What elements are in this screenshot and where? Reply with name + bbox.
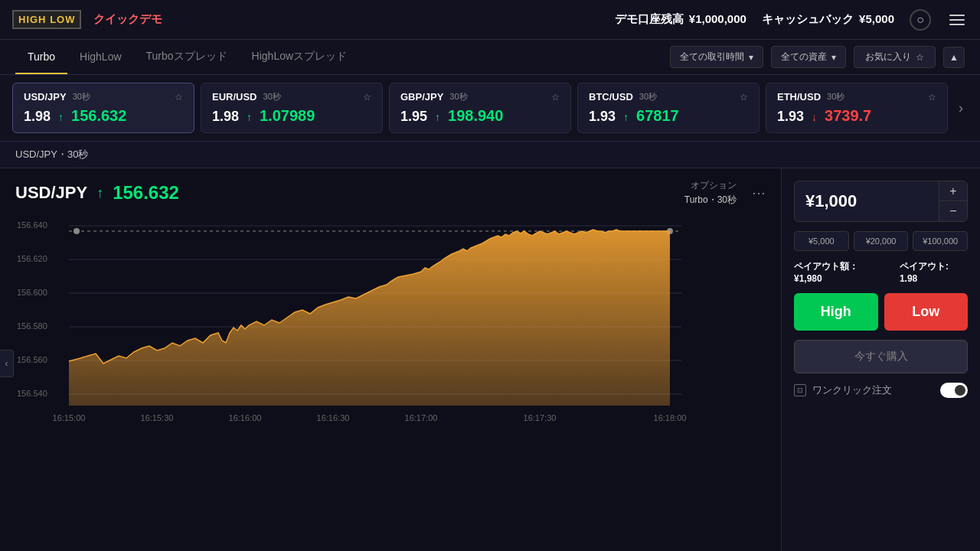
asset-price-eurusd: 1.07989 [260,107,315,125]
preset-100000[interactable]: ¥100,000 [913,231,968,251]
asset-filter[interactable]: 全ての資産 ▾ [771,46,846,68]
tab-turbo[interactable]: Turbo [15,40,67,74]
option-label: オプション [691,179,737,192]
svg-text:156.620: 156.620 [17,254,47,263]
trading-panel: ¥1,000 + − ¥5,000 ¥20,000 ¥100,000 ペイアウト… [781,168,980,551]
collapse-btn[interactable]: ▲ [943,47,965,68]
cashback-label: キャッシュバック [762,12,854,25]
arrow-up-icon-usdjpy: ↑ [58,111,64,123]
arrow-down-icon-ethusd: ↓ [812,111,817,123]
next-assets-btn[interactable]: › [954,83,968,133]
asset-payout-gbpjpy: 1.95 [400,109,427,125]
asset-card-usdjpy[interactable]: USD/JPY 30秒 ☆ 1.98 ↑ 156.632 [12,83,194,133]
svg-text:16:15:00: 16:15:00 [53,413,86,422]
quick-demo-label: クイックデモ [93,12,162,27]
asset-filter-label: 全ての資産 [781,51,827,64]
asset-star-gbpjpy[interactable]: ☆ [551,92,560,103]
option-value: Turbo・30秒 [684,194,737,207]
asset-card-btcusd[interactable]: BTC/USD 30秒 ☆ 1.93 ↑ 67817 [577,83,760,133]
asset-name-usdjpy: USD/JPY [24,91,67,103]
asset-time-gbpjpy: 30秒 [449,91,467,103]
asset-time-ethusd: 30秒 [827,91,844,103]
asset-price-usdjpy: 156.632 [71,107,126,125]
payout-amount-value: ¥1,980 [794,273,822,284]
chart-area: ‹ USD/JPY ↑ 156.632 オプション Turbo・30秒 ⋯ 15… [0,168,781,551]
time-filter[interactable]: 全ての取引時間 ▾ [670,46,763,68]
more-options-btn[interactable]: ⋯ [752,184,766,201]
asset-payout-btcusd: 1.93 [589,109,616,125]
chart-arrow-icon: ↑ [96,185,103,201]
arrow-up-icon-eurusd: ↑ [247,111,252,123]
oneclick-toggle[interactable] [940,383,968,398]
menu-icon[interactable] [946,11,968,28]
high-button[interactable]: High [794,293,878,331]
favorites-btn[interactable]: お気に入り ☆ [854,46,936,68]
balance-info: デモ口座残高 ¥1,000,000 [615,12,746,27]
tab-turbo-spread[interactable]: Turboスプレッド [134,40,240,74]
low-button[interactable]: Low [884,293,969,331]
chart-symbol: USD/JPY [15,183,87,203]
asset-star-eurusd[interactable]: ☆ [363,92,371,103]
tab-highlow[interactable]: HighLow [67,40,133,74]
header-right: デモ口座残高 ¥1,000,000 キャッシュバック ¥5,000 ○ [615,9,968,31]
amount-display: ¥1,000 [795,184,939,219]
oneclick-label: ワンクリック注文 [812,383,934,397]
asset-payout-usdjpy: 1.98 [24,109,51,125]
amount-increase-btn[interactable]: + [939,181,967,201]
asset-card-gbpjpy[interactable]: GBP/JPY 30秒 ☆ 1.95 ↑ 198.940 [389,83,571,133]
svg-text:156.540: 156.540 [17,389,47,398]
chart-svg-wrapper: 156.640 156.620 156.600 156.580 156.560 … [15,214,766,439]
asset-star-ethusd[interactable]: ☆ [928,92,936,103]
payout-amount-text: ペイアウト額： [794,261,858,272]
svg-text:16:15:30: 16:15:30 [141,413,174,422]
payout-rate-text: ペイアウト: [900,261,949,272]
cashback-value: ¥5,000 [859,12,894,25]
buy-now-button[interactable]: 今すぐ購入 [794,340,968,373]
logo: HIGH LOW [12,10,81,29]
asset-name-btcusd: BTC/USD [589,91,633,103]
svg-text:16:16:30: 16:16:30 [317,413,350,422]
asset-star-btcusd[interactable]: ☆ [740,92,748,103]
breadcrumb: USD/JPY・30秒 [0,142,980,168]
arrow-up-icon-btcusd: ↑ [623,111,629,123]
time-filter-label: 全ての取引時間 [680,51,744,64]
svg-text:16:17:30: 16:17:30 [524,413,557,422]
svg-text:156.640: 156.640 [17,220,47,230]
tabs-filters: 全ての取引時間 ▾ 全ての資産 ▾ お気に入り ☆ ▲ [670,46,965,68]
cashback-info: キャッシュバック ¥5,000 [762,12,894,27]
asset-time-usdjpy: 30秒 [73,91,90,103]
amount-row: ¥1,000 + − [794,181,968,222]
asset-time-btcusd: 30秒 [639,91,657,103]
asset-price-btcusd: 67817 [636,107,679,125]
svg-text:16:18:00: 16:18:00 [654,413,687,422]
asset-strip: USD/JPY 30秒 ☆ 1.98 ↑ 156.632 EUR/USD 30秒… [0,75,980,142]
main-content: ‹ USD/JPY ↑ 156.632 オプション Turbo・30秒 ⋯ 15… [0,168,980,551]
tab-highlow-spread[interactable]: HighLowスプレッド [240,40,359,74]
price-chart: 156.640 156.620 156.600 156.580 156.560 … [15,214,750,436]
notification-icon[interactable]: ○ [910,9,931,31]
asset-name-gbpjpy: GBP/JPY [400,91,443,103]
preset-amounts: ¥5,000 ¥20,000 ¥100,000 [794,231,968,251]
asset-card-ethusd[interactable]: ETH/USD 30秒 ☆ 1.93 ↓ 3739.7 [766,83,948,133]
amount-decrease-btn[interactable]: − [939,201,967,221]
asset-card-eurusd[interactable]: EUR/USD 30秒 ☆ 1.98 ↑ 1.07989 [201,83,383,133]
collapse-sidebar-btn[interactable]: ‹ [0,350,14,377]
preset-5000[interactable]: ¥5,000 [794,231,849,251]
payout-rate-label: ペイアウト: 1.98 [900,260,968,284]
chart-option-info: オプション Turbo・30秒 [684,179,737,207]
chart-header: USD/JPY ↑ 156.632 オプション Turbo・30秒 ⋯ [0,168,781,214]
star-icon: ☆ [916,52,924,63]
logo-high: HIGH [18,14,47,25]
preset-20000[interactable]: ¥20,000 [854,231,909,251]
oneclick-icon: ⊡ [794,384,806,396]
asset-star-usdjpy[interactable]: ☆ [175,92,183,103]
balance-value: ¥1,000,000 [689,12,746,25]
svg-text:156.580: 156.580 [17,321,47,331]
arrow-up-icon-gbpjpy: ↑ [435,111,440,123]
svg-text:156.560: 156.560 [17,355,47,364]
trade-buttons: High Low [794,293,968,331]
tabs-row: Turbo HighLow Turboスプレッド HighLowスプレッド 全て… [0,40,980,75]
asset-price-ethusd: 3739.7 [825,107,871,125]
asset-filter-chevron-icon: ▾ [831,52,836,63]
svg-text:16:17:00: 16:17:00 [405,413,438,422]
